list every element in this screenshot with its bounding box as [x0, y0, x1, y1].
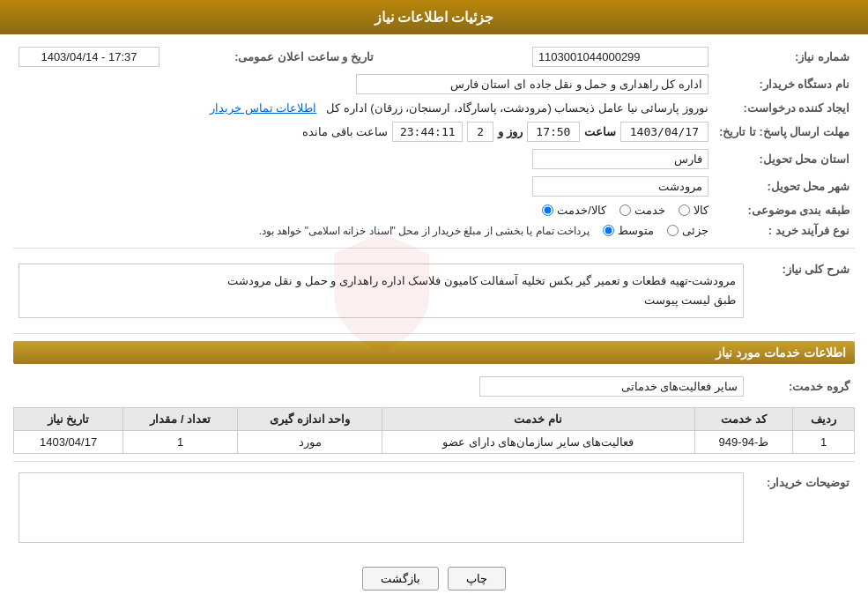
col-service-code: کد خدمت — [694, 408, 793, 431]
cell-unit: مورد — [238, 431, 382, 454]
col-unit: واحد اندازه گیری — [238, 408, 382, 431]
city-label: شهر محل تحویل: — [714, 173, 855, 200]
divider-1 — [13, 248, 855, 249]
need-number-box: 1103001044000299 — [532, 47, 708, 67]
basic-info-table: شماره نیاز: 1103001044000299 تاریخ و ساع… — [13, 43, 855, 241]
buyer-notes-label: توضیحات خریدار: — [749, 469, 855, 546]
creator-text: نوروز پارسائی نیا عامل ذیحساب (مرودشت، پ… — [326, 101, 708, 115]
category-label: طبقه بندی موضوعی: — [714, 200, 855, 220]
deadline-time-box: 17:50 — [527, 122, 580, 142]
buyer-name-label: نام دستگاه خریدار: — [714, 71, 855, 98]
main-content: شماره نیاز: 1103001044000299 تاریخ و ساع… — [0, 34, 868, 609]
divider-3 — [13, 461, 855, 462]
kala-khedmat-label: کالا/خدمت — [557, 204, 606, 217]
buyer-notes-box — [19, 472, 744, 543]
service-group-box: سایر فعالیت‌های خدماتی — [479, 376, 744, 397]
col-row: ردیف — [793, 408, 855, 431]
cell-quantity: 1 — [123, 431, 238, 454]
creator-value: نوروز پارسائی نیا عامل ذیحساب (مرودشت، پ… — [13, 98, 714, 118]
announce-date-label: تاریخ و ساعت اعلان عمومی: — [229, 43, 448, 71]
divider-2 — [13, 333, 855, 334]
page-header: جزئیات اطلاعات نیاز — [0, 0, 868, 34]
buyer-name-value: اداره کل راهداری و حمل و نقل جاده ای است… — [13, 71, 714, 98]
buttons-row: چاپ بازگشت — [13, 553, 855, 604]
radio-motavaset[interactable]: متوسط — [603, 224, 654, 237]
page-container: جزئیات اطلاعات نیاز شماره نیاز: 11030010… — [0, 0, 868, 609]
creator-label: ایجاد کننده درخواست: — [714, 98, 855, 118]
province-box: فارس — [532, 149, 708, 169]
city-box: مرودشت — [532, 176, 708, 197]
creator-link[interactable]: اطلاعات تماس خریدار — [210, 101, 316, 115]
services-table: ردیف کد خدمت نام خدمت واحد اندازه گیری ت… — [13, 407, 855, 454]
radio-kala-khedmat-input[interactable] — [542, 204, 553, 216]
radio-motavaset-input[interactable] — [603, 225, 614, 236]
cell-date: 1403/04/17 — [14, 431, 123, 454]
service-group-table: گروه خدمت: سایر فعالیت‌های خدماتی — [13, 373, 855, 400]
buyer-notes-value — [13, 469, 749, 546]
table-row: 1 ط-94-949 فعالیت‌های سایر سازمان‌های دا… — [14, 431, 855, 454]
cell-name: فعالیت‌های سایر سازمان‌های دارای عضو — [382, 431, 694, 454]
days-label: روز و — [498, 125, 523, 138]
svg-text:Ana: Ana — [368, 293, 396, 310]
radio-khedmat[interactable]: خدمت — [619, 204, 665, 217]
services-section-title: اطلاعات خدمات مورد نیاز — [13, 341, 855, 364]
khedmat-label: خدمت — [634, 204, 665, 217]
city-value: مرودشت — [13, 173, 714, 200]
watermark-shield: Ana — [329, 227, 434, 354]
time-remaining-box: 23:44:11 — [392, 122, 463, 142]
service-group-value: سایر فعالیت‌های خدماتی — [13, 373, 749, 400]
back-button[interactable]: بازگشت — [362, 567, 439, 590]
radio-kala-khedmat[interactable]: کالا/خدمت — [542, 204, 606, 217]
radio-kala[interactable]: کالا — [679, 204, 708, 217]
cell-code: ط-94-949 — [694, 431, 793, 454]
radio-jozii-input[interactable] — [667, 225, 679, 236]
remaining-label: ساعت باقی مانده — [302, 125, 388, 138]
description-table: شرح کلی نیاز: Ana مرودشت-تهیه قطعات و تع… — [13, 256, 855, 326]
deadline-value: 1403/04/17 ساعت 17:50 روز و 2 23:44:11 س… — [13, 118, 714, 145]
deadline-label: مهلت ارسال پاسخ: تا تاریخ: — [714, 118, 855, 145]
deadline-date-box: 1403/04/17 — [620, 122, 708, 142]
days-box: 2 — [467, 122, 493, 142]
purchase-type-label: نوع فرآیند خرید : — [714, 220, 855, 241]
need-desc-label: شرح کلی نیاز: — [749, 256, 855, 326]
province-label: استان محل تحویل: — [714, 145, 855, 173]
buyer-name-box: اداره کل راهداری و حمل و نقل جاده ای است… — [356, 74, 708, 94]
need-number-value: 1103001044000299 — [448, 43, 714, 71]
need-desc-value: Ana مرودشت-تهیه قطعات و تعمیر گیر بکس تخ… — [13, 256, 749, 326]
radio-jozii[interactable]: جزئی — [667, 224, 708, 237]
print-button[interactable]: چاپ — [448, 567, 506, 590]
need-number-label: شماره نیاز: — [714, 43, 855, 71]
jozii-label: جزئی — [682, 224, 708, 237]
announce-date-box: 1403/04/14 - 17:37 — [19, 47, 160, 67]
buyer-notes-table: توضیحات خریدار: — [13, 469, 855, 546]
col-need-date: تاریخ نیاز — [14, 408, 123, 431]
col-service-name: نام خدمت — [382, 408, 694, 431]
kala-label: کالا — [694, 204, 708, 217]
cell-row: 1 — [793, 431, 855, 454]
service-group-label: گروه خدمت: — [749, 373, 855, 400]
category-value: کالا خدمت کالا/خدمت — [13, 200, 714, 220]
radio-khedmat-input[interactable] — [619, 204, 631, 216]
need-desc-box: Ana مرودشت-تهیه قطعات و تعمیر گیر بکس تخ… — [19, 264, 744, 318]
radio-kala-input[interactable] — [679, 204, 690, 216]
col-quantity: تعداد / مقدار — [123, 408, 238, 431]
province-value: فارس — [13, 145, 714, 173]
motavaset-label: متوسط — [618, 224, 654, 237]
page-title: جزئیات اطلاعات نیاز — [375, 10, 494, 25]
time-label: ساعت — [584, 125, 616, 138]
announce-date-value: 1403/04/14 - 17:37 — [13, 43, 229, 71]
